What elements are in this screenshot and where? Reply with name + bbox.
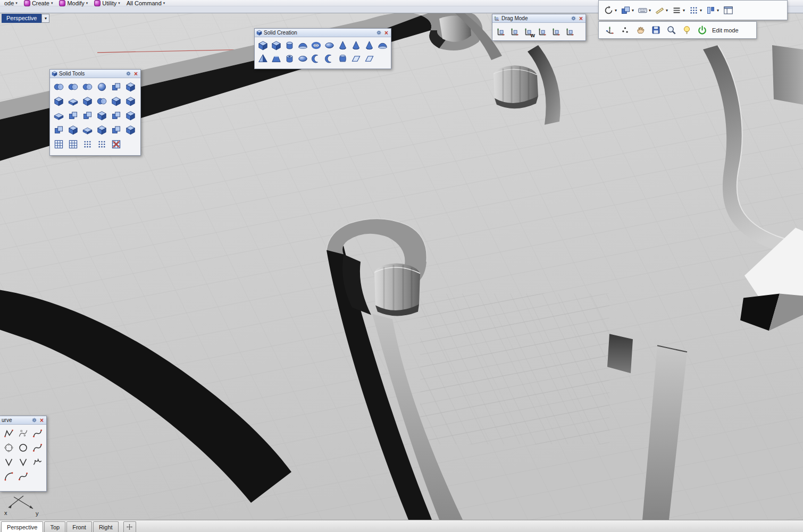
- grid-hole-icon[interactable]: [95, 137, 109, 151]
- boolean-gears-icon[interactable]: [95, 94, 109, 108]
- dropdown-caret-icon[interactable]: ▾: [700, 8, 702, 13]
- dropdown-caret-icon[interactable]: ▾: [615, 8, 617, 13]
- paraboloid-icon[interactable]: [376, 39, 389, 52]
- array-face-icon[interactable]: [109, 123, 123, 137]
- control-point-curve-icon[interactable]: [16, 426, 30, 441]
- pyramid-icon[interactable]: [256, 52, 270, 65]
- render-light-icon[interactable]: [680, 23, 693, 37]
- box-icon[interactable]: [256, 39, 270, 52]
- curve-through-points-icon[interactable]: [2, 455, 16, 469]
- drag-cplane-icon[interactable]: [494, 24, 508, 38]
- dropdown-caret-icon[interactable]: ▾: [666, 8, 668, 13]
- sketch-icon[interactable]: [30, 455, 45, 469]
- selection-filter-icon[interactable]: ▾: [603, 3, 618, 17]
- palette-title-bar[interactable]: Solid Creation ×: [255, 29, 391, 37]
- boolean-intersection-icon[interactable]: [80, 80, 95, 94]
- viewport-menu-caret-icon[interactable]: ▼: [41, 14, 49, 23]
- palette-close-button[interactable]: ×: [133, 71, 139, 77]
- palette-title-bar[interactable]: urve ×: [0, 416, 46, 425]
- drag-control-polygon-icon[interactable]: [536, 24, 549, 38]
- palette-settings-gear-icon[interactable]: [126, 71, 131, 77]
- tab-right[interactable]: Right: [93, 521, 119, 532]
- drag-world-icon[interactable]: [508, 24, 522, 38]
- barrel-icon[interactable]: [336, 52, 349, 65]
- tab-perspective[interactable]: Perspective: [1, 521, 43, 532]
- solid-points-off-icon[interactable]: [66, 137, 80, 151]
- dropdown-caret-icon[interactable]: ▾: [649, 8, 651, 13]
- menu-item-utility[interactable]: Utility ▾: [91, 0, 123, 6]
- dropdown-caret-icon[interactable]: ▾: [632, 8, 634, 13]
- truncated-pyramid-icon[interactable]: [270, 52, 283, 65]
- palette-close-button[interactable]: ×: [39, 418, 45, 423]
- handle-curve-icon[interactable]: [30, 426, 45, 441]
- extrude-planar-icon[interactable]: [349, 52, 363, 65]
- offset-solid-icon[interactable]: [109, 80, 123, 94]
- crescent-solid-icon[interactable]: [310, 52, 323, 65]
- tab-front[interactable]: Front: [66, 521, 92, 532]
- fillet-edge-icon[interactable]: [52, 108, 66, 123]
- truncated-cone-icon[interactable]: [349, 39, 363, 52]
- save-file-icon[interactable]: [649, 23, 663, 37]
- object-list-icon[interactable]: ▾: [671, 3, 686, 17]
- palette-title-bar[interactable]: Drag Mode ×: [492, 14, 585, 23]
- right-upper-wall[interactable]: [772, 45, 803, 105]
- zoom-lens-icon[interactable]: [664, 23, 678, 37]
- shell-solid-icon[interactable]: [123, 94, 138, 108]
- interpolate-curve-icon[interactable]: [30, 441, 45, 455]
- shrink-face-icon[interactable]: [123, 123, 138, 137]
- history-points-icon[interactable]: [618, 23, 632, 37]
- plane-surface-icon[interactable]: [363, 52, 376, 65]
- array-hole-icon[interactable]: [80, 137, 95, 151]
- rotate-face-icon[interactable]: [80, 123, 95, 137]
- add-viewport-tab[interactable]: [123, 521, 136, 532]
- measure-icon[interactable]: ▾: [654, 3, 669, 17]
- palette-settings-gear-icon[interactable]: [571, 15, 576, 21]
- split-face-icon[interactable]: [95, 108, 109, 123]
- palette-close-button[interactable]: ×: [383, 30, 389, 36]
- palette-close-button[interactable]: ×: [578, 16, 584, 21]
- boolean-split-icon[interactable]: [95, 80, 109, 94]
- menu-item-mode[interactable]: ode ▾: [1, 0, 21, 6]
- hemisphere-icon[interactable]: [296, 39, 310, 52]
- torus-icon[interactable]: [310, 39, 323, 52]
- cone-icon[interactable]: [336, 39, 349, 52]
- conic-icon[interactable]: [16, 469, 30, 484]
- polyline-corner-icon[interactable]: [16, 455, 30, 469]
- mirror-face-icon[interactable]: [95, 123, 109, 137]
- pan-hand-icon[interactable]: [633, 23, 647, 37]
- pipe-icon[interactable]: [323, 52, 336, 65]
- delete-hole-icon[interactable]: [109, 137, 123, 151]
- extract-surface-icon[interactable]: [66, 94, 80, 108]
- palette-settings-gear-icon[interactable]: [376, 30, 382, 36]
- clipboard-icon[interactable]: ▾: [620, 3, 635, 17]
- copy-face-icon[interactable]: [66, 123, 80, 137]
- scale-face-icon[interactable]: [123, 108, 138, 123]
- solid-points-on-icon[interactable]: [52, 137, 66, 151]
- boolean-difference-icon[interactable]: [66, 80, 80, 94]
- wire-cut-icon[interactable]: [123, 80, 138, 94]
- ellipsoid-icon[interactable]: [323, 39, 336, 52]
- arc-icon[interactable]: [2, 469, 16, 484]
- keyboard-alias-icon[interactable]: ▾: [637, 3, 652, 17]
- menu-item-modify[interactable]: Modify ▾: [56, 0, 91, 6]
- dropdown-caret-icon[interactable]: ▾: [683, 8, 685, 13]
- circle-deformable-icon[interactable]: [2, 441, 16, 455]
- panel-layout-icon[interactable]: [722, 3, 734, 17]
- ellipsoid-solid-icon[interactable]: [296, 52, 310, 65]
- palette-settings-gear-icon[interactable]: [31, 417, 37, 423]
- circle-icon[interactable]: [16, 441, 30, 455]
- menu-item-create[interactable]: Create ▾: [21, 0, 56, 6]
- tab-top[interactable]: Top: [44, 521, 65, 532]
- move-face-icon[interactable]: [80, 108, 95, 123]
- dropdown-caret-icon[interactable]: ▾: [717, 8, 719, 13]
- box-3point-icon[interactable]: [270, 39, 283, 52]
- extract-face-icon[interactable]: [109, 108, 123, 123]
- short-wall[interactable]: [607, 334, 633, 373]
- cap-planar-holes-icon[interactable]: [52, 94, 66, 108]
- tube-icon[interactable]: [283, 52, 296, 65]
- viewport-label[interactable]: Perspective ▼: [2, 14, 49, 23]
- drag-uvw-icon[interactable]: W: [522, 24, 536, 38]
- model-cylinder-boss[interactable]: [374, 264, 420, 314]
- boolean-union-icon[interactable]: [52, 80, 66, 94]
- drag-screen-icon[interactable]: [549, 24, 563, 38]
